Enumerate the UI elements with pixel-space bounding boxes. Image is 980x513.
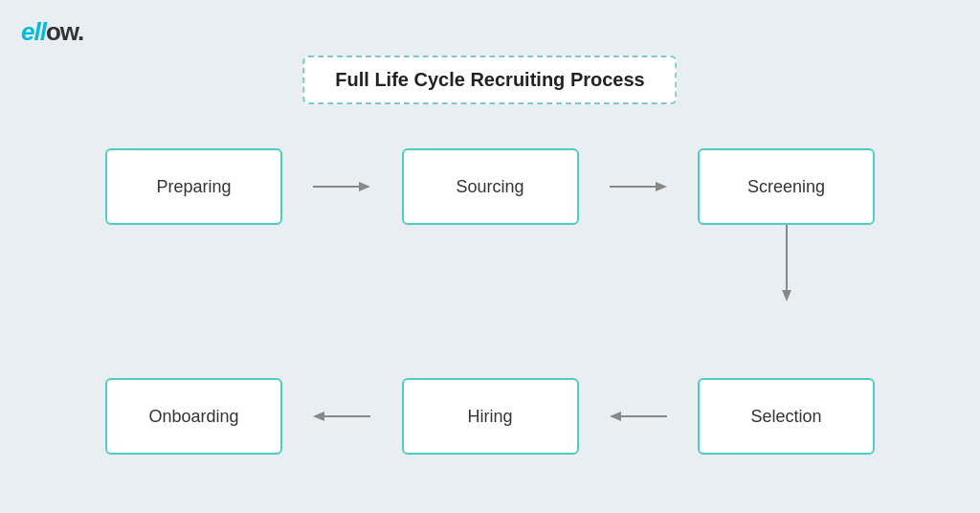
process-box-hiring: Hiring [402, 378, 579, 455]
svg-marker-9 [610, 412, 621, 421]
arrow-screening-to-selection [698, 225, 875, 301]
process-box-sourcing: Sourcing [402, 148, 579, 225]
logo: ellow. [21, 17, 83, 47]
title-box: Full Life Cycle Recruiting Process [302, 56, 677, 104]
process-box-selection: Selection [698, 378, 875, 455]
svg-marker-3 [656, 182, 667, 191]
arrow-selection-to-hiring [579, 407, 699, 426]
svg-marker-5 [782, 290, 791, 301]
flow-row-bottom: Onboarding Hiring Selection [105, 378, 875, 455]
arrow-preparing-to-sourcing [282, 177, 402, 196]
vertical-arrow-container [105, 225, 875, 301]
process-box-preparing: Preparing [105, 148, 282, 225]
arrow-hiring-to-onboarding [282, 407, 402, 426]
process-box-onboarding: Onboarding [105, 378, 282, 455]
arrow-sourcing-to-screening [579, 177, 699, 196]
svg-marker-1 [359, 182, 370, 191]
process-box-screening: Screening [698, 148, 875, 225]
flow-diagram: Preparing Sourcing Screening [105, 148, 875, 455]
svg-marker-7 [313, 412, 324, 421]
page-title: Full Life Cycle Recruiting Process [335, 69, 644, 91]
flow-row-top: Preparing Sourcing Screening [105, 148, 875, 225]
